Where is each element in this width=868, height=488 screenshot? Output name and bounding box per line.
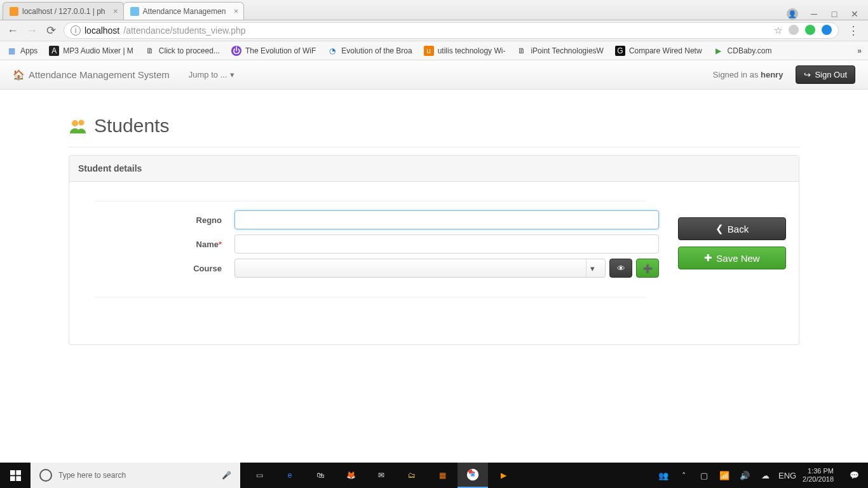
wifi-icon[interactable]: 📶: [717, 471, 731, 480]
panel-heading: Student details: [69, 156, 799, 182]
svg-point-1: [79, 120, 85, 126]
tab-close-icon[interactable]: ×: [234, 6, 239, 16]
taskbar-app-mail[interactable]: ✉: [366, 463, 397, 488]
url-host: localhost: [85, 25, 119, 36]
taskbar-app-xampp[interactable]: ▦: [427, 463, 458, 488]
save-new-button[interactable]: ✚ Save New: [678, 247, 786, 269]
taskbar-app-edge[interactable]: e: [275, 463, 305, 488]
extension-icon[interactable]: [789, 25, 799, 35]
bookmark-item[interactable]: GCompare Wired Netw: [615, 46, 702, 56]
chrome-menu-icon[interactable]: ⋮: [845, 24, 862, 37]
svg-rect-3: [16, 470, 21, 475]
address-bar[interactable]: i localhost/attendance/students_view.php…: [64, 22, 839, 39]
search-placeholder: Type here to search: [58, 471, 126, 480]
taskbar-app-firefox[interactable]: 🦊: [336, 463, 366, 488]
bookmarks-overflow-icon[interactable]: »: [857, 46, 862, 55]
bookmark-star-icon[interactable]: ☆: [774, 25, 782, 36]
bookmark-label: utilis technology Wi-: [438, 46, 506, 55]
tab-favicon: [10, 7, 18, 16]
bookmark-apps[interactable]: ▦Apps: [6, 46, 37, 56]
tray-expand-icon[interactable]: ˄: [677, 471, 691, 480]
favicon-icon: ⏻: [231, 46, 241, 56]
browser-tab-phpmyadmin[interactable]: localhost / 127.0.0.1 | ph ×: [3, 2, 124, 20]
jump-label: Jump to ...: [189, 70, 227, 79]
taskbar-clock[interactable]: 1:36 PM 2/20/2018: [799, 467, 837, 483]
svg-point-9: [471, 473, 474, 476]
clock-date: 2/20/2018: [803, 475, 834, 484]
nav-back-icon[interactable]: ←: [6, 24, 19, 37]
clock-time: 1:36 PM: [803, 467, 834, 475]
apps-grid-icon: ▦: [6, 46, 17, 56]
view-course-button[interactable]: 👁: [609, 259, 632, 278]
people-icon[interactable]: 👥: [656, 471, 670, 480]
window-minimize-icon[interactable]: ─: [810, 9, 818, 19]
course-select[interactable]: ▾: [234, 259, 606, 278]
bookmark-item[interactable]: ◔Evolution of the Broa: [327, 46, 412, 56]
bookmark-item[interactable]: 🗎iPoint TechnologiesW: [517, 46, 604, 56]
bookmark-item[interactable]: uutilis technology Wi-: [424, 46, 506, 56]
onedrive-icon[interactable]: ☁: [758, 471, 772, 480]
app-brand[interactable]: 🏠 Attendance Management System: [13, 69, 170, 81]
page-title-text: Students: [94, 115, 169, 137]
regno-label: Regno: [82, 215, 234, 225]
page-title: Students: [69, 115, 799, 147]
tab-title: localhost / 127.0.0.1 | ph: [22, 7, 105, 16]
plus-circle-icon: ➕: [642, 264, 653, 273]
tab-close-icon[interactable]: ×: [113, 6, 118, 16]
nav-reload-icon[interactable]: ⟳: [44, 24, 57, 37]
bookmark-label: Compare Wired Netw: [629, 46, 702, 55]
taskbar-app-explorer[interactable]: 🗂: [397, 463, 427, 488]
battery-icon[interactable]: ▢: [697, 471, 711, 480]
extension-icon[interactable]: [822, 25, 832, 35]
nav-forward-icon: →: [25, 24, 38, 37]
tab-title: Attendance Managemen: [143, 7, 226, 16]
brand-label: Attendance Management System: [29, 69, 170, 80]
site-info-icon[interactable]: i: [71, 25, 81, 36]
bookmark-item[interactable]: ⏻The Evolution of WiF: [231, 46, 316, 56]
jump-to-menu[interactable]: Jump to ... ▾: [189, 70, 234, 79]
window-controls: 👤 ─ □ ✕: [787, 8, 868, 20]
taskbar-search[interactable]: Type here to search 🎤: [31, 463, 240, 488]
window-close-icon[interactable]: ✕: [850, 9, 859, 19]
task-view-icon[interactable]: ▭: [244, 463, 275, 488]
name-input[interactable]: [234, 234, 659, 254]
extension-icon[interactable]: [805, 25, 815, 35]
caret-down-icon: ▾: [230, 70, 234, 79]
profile-avatar-icon[interactable]: 👤: [787, 8, 798, 20]
bookmark-label: iPoint TechnologiesW: [531, 46, 604, 55]
bookmark-item[interactable]: 🗎Click to proceed...: [145, 46, 220, 56]
url-path: /attendance/students_view.php: [123, 25, 245, 36]
taskbar-app-store[interactable]: 🛍: [305, 463, 336, 488]
mic-icon[interactable]: 🎤: [222, 471, 231, 480]
svg-rect-2: [10, 470, 15, 475]
bookmark-item[interactable]: AMP3 Audio Mixer | M: [49, 46, 133, 56]
people-icon: [69, 118, 86, 133]
back-label: Back: [728, 224, 749, 234]
favicon-icon: ◔: [327, 46, 337, 56]
sign-out-button[interactable]: ↪ Sign Out: [796, 65, 855, 84]
windows-taskbar: Type here to search 🎤 ▭ e 🛍 🦊 ✉ 🗂 ▦ ▶ 👥 …: [0, 463, 868, 488]
course-label: Course: [82, 264, 234, 273]
start-button[interactable]: [0, 463, 31, 488]
app-navbar: 🏠 Attendance Management System Jump to .…: [0, 60, 868, 90]
tab-favicon: [130, 7, 139, 16]
regno-input[interactable]: [234, 210, 659, 229]
add-course-button[interactable]: ➕: [636, 259, 659, 278]
window-maximize-icon[interactable]: □: [830, 9, 839, 19]
browser-tab-attendance[interactable]: Attendance Managemen ×: [123, 2, 245, 20]
language-indicator[interactable]: ENG: [778, 471, 792, 480]
browser-tab-strip: localhost / 127.0.0.1 | ph × Attendance …: [0, 0, 868, 20]
taskbar-app-media[interactable]: ▶: [488, 463, 519, 488]
volume-icon[interactable]: 🔊: [738, 471, 752, 480]
save-new-label: Save New: [716, 253, 759, 264]
bookmark-label: Click to proceed...: [159, 46, 220, 55]
taskbar-app-chrome[interactable]: [458, 463, 488, 488]
bookmarks-bar: ▦Apps AMP3 Audio Mixer | M 🗎Click to pro…: [0, 41, 868, 60]
bookmark-item[interactable]: ▶CDBaby.com: [714, 46, 772, 56]
eye-icon: 👁: [617, 264, 625, 273]
back-button[interactable]: ❮ Back: [678, 217, 786, 240]
student-details-panel: Student details Regno Name* Course: [69, 155, 799, 345]
favicon-icon: ▶: [714, 46, 724, 56]
caret-down-icon: ▾: [590, 264, 595, 273]
action-center-icon[interactable]: 💬: [844, 463, 864, 488]
